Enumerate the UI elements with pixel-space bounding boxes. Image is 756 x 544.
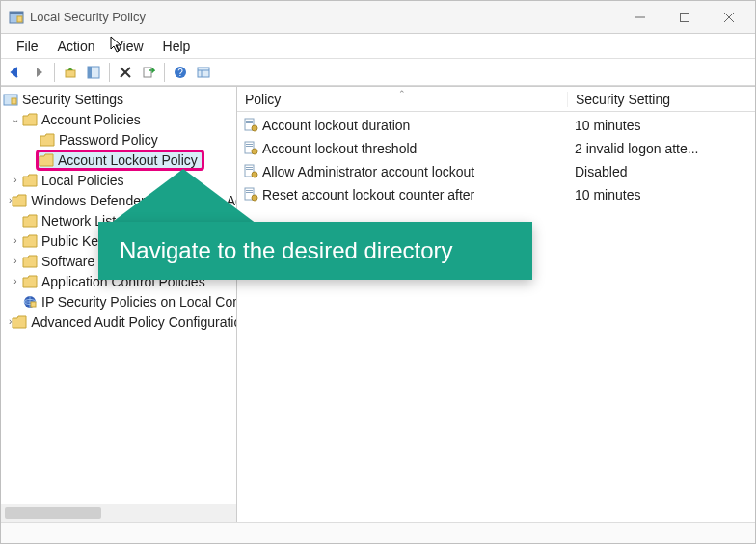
tree-password-policy[interactable]: Password Policy: [1, 129, 236, 150]
column-headers: Policy ⌃ Security Setting: [237, 87, 755, 112]
svg-text:?: ?: [177, 68, 183, 78]
policy-value: 10 minutes: [567, 118, 755, 133]
delete-button[interactable]: [115, 62, 136, 83]
policy-icon: [243, 118, 258, 133]
tree-label: Security Settings: [22, 92, 123, 107]
svg-rect-4: [681, 13, 689, 21]
folder-icon: [22, 113, 38, 126]
policy-row[interactable]: Account lockout threshold 2 invalid logo…: [237, 137, 755, 160]
folder-icon: [22, 275, 38, 288]
policy-value: 2 invalid logon atte...: [567, 141, 755, 156]
policy-name: Reset account lockout counter after: [262, 187, 474, 203]
callout-text: Navigate to the desired directory: [120, 237, 453, 263]
folder-icon: [22, 174, 38, 187]
chevron-right-icon[interactable]: ›: [9, 235, 22, 246]
back-button[interactable]: [5, 62, 26, 83]
tree-horizontal-scrollbar[interactable]: [1, 504, 236, 522]
window-controls: [618, 2, 751, 33]
folder-icon: [22, 214, 38, 228]
app-window: Local Security Policy File Action View H…: [0, 0, 756, 544]
svg-rect-19: [12, 98, 16, 104]
policy-icon: [243, 141, 258, 156]
tree-account-lockout-policy[interactable]: Account Lockout Policy: [1, 150, 236, 170]
tree-pane: Security Settings ⌄ Account Policies Pas…: [1, 87, 237, 522]
policy-row[interactable]: Allow Administrator account lockout Disa…: [237, 160, 755, 183]
svg-point-30: [252, 149, 257, 154]
window-title: Local Security Policy: [30, 10, 146, 24]
svg-rect-28: [246, 144, 253, 145]
toolbar: ?: [1, 59, 755, 86]
titlebar: Local Security Policy: [1, 1, 755, 34]
app-icon: [9, 10, 24, 25]
menu-help[interactable]: Help: [153, 37, 201, 56]
tree-label: Advanced Audit Policy Configuration: [31, 314, 237, 330]
up-button[interactable]: [60, 62, 81, 83]
svg-rect-7: [66, 70, 75, 77]
tree-label: Password Policy: [59, 132, 158, 148]
ipsec-icon: [22, 295, 38, 309]
folder-icon: [40, 133, 55, 147]
chevron-right-icon[interactable]: ›: [9, 256, 22, 266]
policy-name: Account lockout threshold: [262, 141, 417, 156]
tree-label: IP Security Policies on Local Computer: [41, 294, 237, 310]
policy-value: Disabled: [567, 164, 755, 179]
list-pane: Policy ⌃ Security Setting Account lockou…: [237, 87, 755, 522]
chevron-right-icon[interactable]: ›: [9, 175, 22, 185]
svg-rect-25: [246, 122, 253, 123]
annotation-callout: Navigate to the desired directory: [98, 222, 532, 280]
policy-rows: Account lockout duration 10 minutes Acco…: [237, 112, 755, 522]
tree-ip-security[interactable]: IP Security Policies on Local Computer: [1, 291, 236, 312]
properties-button[interactable]: [193, 62, 214, 83]
folder-icon: [22, 234, 38, 248]
folder-icon: [12, 315, 27, 329]
toolbar-separator: [109, 63, 110, 82]
chevron-down-icon[interactable]: ⌄: [9, 114, 22, 124]
column-header-setting[interactable]: Security Setting: [567, 92, 755, 107]
menu-action[interactable]: Action: [48, 37, 105, 56]
sort-indicator-icon: ⌃: [398, 89, 406, 98]
tree-label: Account Policies: [41, 112, 141, 127]
svg-rect-32: [246, 167, 253, 168]
scroll-thumb[interactable]: [5, 507, 101, 519]
folder-icon: [12, 194, 27, 207]
maximize-button[interactable]: [662, 2, 707, 33]
tree-label: Account Lockout Policy: [58, 152, 198, 168]
svg-rect-1: [10, 12, 23, 14]
svg-point-26: [252, 125, 257, 131]
policy-row[interactable]: Reset account lockout counter after 10 m…: [237, 183, 755, 206]
svg-rect-29: [246, 146, 253, 147]
tree-advanced-audit[interactable]: › Advanced Audit Policy Configuration: [1, 312, 236, 332]
svg-rect-9: [88, 67, 92, 78]
svg-rect-22: [31, 302, 36, 307]
export-button[interactable]: [138, 62, 159, 83]
minimize-button[interactable]: [618, 2, 662, 33]
content-area: Security Settings ⌄ Account Policies Pas…: [1, 86, 755, 522]
folder-icon: [39, 153, 54, 167]
tree-account-policies[interactable]: ⌄ Account Policies: [1, 109, 236, 129]
help-button[interactable]: ?: [170, 62, 191, 83]
folder-icon: [22, 255, 38, 268]
toolbar-separator: [54, 63, 55, 82]
policy-name: Allow Administrator account lockout: [262, 164, 474, 179]
svg-marker-39: [106, 169, 260, 227]
svg-rect-12: [144, 68, 151, 77]
chevron-right-icon[interactable]: ›: [9, 276, 22, 286]
column-header-policy[interactable]: Policy ⌃: [237, 92, 567, 107]
selected-tree-item: Account Lockout Policy: [36, 150, 204, 171]
menu-view[interactable]: View: [104, 37, 152, 56]
policy-row[interactable]: Account lockout duration 10 minutes: [237, 114, 755, 137]
forward-button[interactable]: [28, 62, 49, 83]
tree-root[interactable]: Security Settings: [1, 89, 236, 109]
column-label: Security Setting: [576, 92, 670, 107]
security-settings-icon: [3, 93, 18, 106]
statusbar: [1, 522, 755, 543]
svg-rect-15: [198, 68, 209, 77]
toolbar-separator: [164, 63, 165, 82]
policy-name: Account lockout duration: [262, 118, 410, 133]
svg-rect-24: [246, 121, 253, 122]
policy-value: 10 minutes: [567, 187, 755, 203]
menubar: File Action View Help: [1, 34, 755, 59]
close-button[interactable]: [707, 2, 751, 33]
show-hide-tree-button[interactable]: [83, 62, 104, 83]
menu-file[interactable]: File: [7, 37, 48, 56]
